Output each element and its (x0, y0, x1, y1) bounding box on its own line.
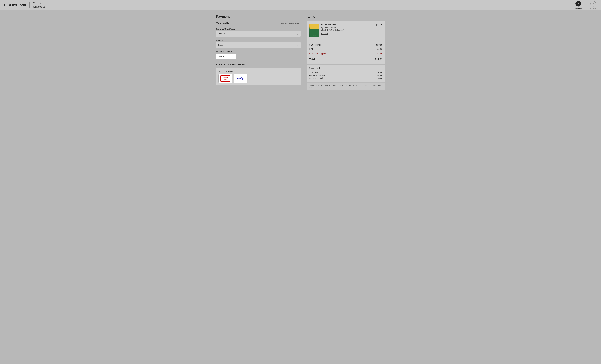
country-label: Country * (216, 39, 300, 41)
item-author: by Sophie Kinsella (321, 27, 374, 29)
card-type-label: Select type of card: (218, 70, 298, 72)
applied-credit-row: Applied to purchase: -$1.00 (309, 74, 382, 77)
logo-rakuten: Rakuten (4, 3, 17, 7)
card-options: Rakuten kobo !ndigo (218, 74, 298, 83)
payment-method-title: Preferred payment method (216, 63, 300, 66)
required-note: * indicates a required field (280, 22, 300, 24)
item-price: $13.99 (376, 24, 382, 26)
cart-subtotal-row: Cart subtotal: $13.99 (309, 43, 382, 47)
your-details-header: Your details * indicates a required fiel… (216, 22, 300, 25)
logo-kobo: kobo (18, 3, 26, 7)
step-payment: 1 Payment (575, 1, 582, 9)
book-cover-title-line2: You One (311, 35, 318, 36)
hst-label: HST: (309, 48, 314, 50)
transactions-note: All transactions processed by Rakuten Ko… (307, 82, 385, 90)
province-group: Province/State/Region * Ontario ⌄ (216, 28, 300, 37)
indigo-card-option[interactable]: !ndigo (234, 74, 248, 83)
postal-input[interactable]: M6K1A7 (216, 54, 236, 59)
store-credit-applied-label: Store credit applied: (309, 53, 327, 55)
your-details-label: Your details (216, 22, 229, 25)
hst-row: HST: $1.82 (309, 47, 382, 51)
applied-credit-label: Applied to purchase: (309, 74, 326, 76)
card-type-container: Select type of card: Rakuten kobo !ndigo (216, 68, 300, 85)
payment-panel: Payment Your details * indicates a requi… (216, 15, 307, 90)
applied-credit-value: -$1.00 (377, 74, 382, 76)
step-review: 2 Review (590, 1, 596, 9)
store-credit-section: Store credit Total credit: $1.00 Applied… (307, 65, 385, 82)
items-title: Items (307, 15, 385, 19)
item-format: eBook (EPUB 3, Reflowable) (321, 29, 374, 31)
province-label: Province/State/Region * (216, 28, 300, 30)
main-content: Payment Your details * indicates a requi… (212, 10, 389, 94)
country-select-wrapper: Canada ⌄ (216, 42, 300, 48)
step-1-label: Payment (575, 7, 582, 9)
remove-item-button[interactable]: Remove (321, 33, 328, 35)
summary-section: Cart subtotal: $13.99 HST: $1.82 Store c… (307, 40, 385, 64)
total-value: $14.81 (375, 58, 382, 61)
country-group: Country * Canada ⌄ (216, 39, 300, 48)
logo: Rakuten kobo (4, 3, 26, 7)
province-select[interactable]: Ontario (216, 31, 300, 37)
store-credit-row: Store credit applied: -$1.00 (309, 51, 382, 56)
site-header: Rakuten kobo Secure Checkout 1 Payment 2… (0, 0, 601, 10)
store-credit-title: Store credit (309, 67, 382, 69)
indigo-card-logo: !ndigo (237, 77, 244, 80)
book-cover: I Owe You One (309, 24, 319, 38)
book-cover-title-line1: I Owe (311, 31, 318, 33)
step-1-circle: 1 (575, 1, 581, 6)
secure-checkout-title: Secure Checkout (33, 1, 45, 9)
step-2-circle: 2 (590, 1, 596, 6)
total-credit-row: Total credit: $1.00 (309, 71, 382, 74)
book-cover-inner: I Owe You One (309, 24, 319, 38)
checkout-steps: 1 Payment 2 Review (575, 1, 596, 9)
total-credit-label: Total credit: (309, 71, 319, 73)
item-row: I Owe You One I Owe You One by Sophie Ki… (309, 24, 382, 38)
remaining-credit-row: Remaining credit: $0.00 (309, 77, 382, 80)
rakuten-kobo-card-logo: Rakuten kobo (220, 75, 230, 82)
cart-subtotal-value: $13.99 (376, 44, 382, 46)
total-credit-value: $1.00 (378, 71, 382, 73)
item-details: I Owe You One by Sophie Kinsella eBook (… (321, 24, 374, 35)
total-row: Total: $14.81 (309, 56, 382, 62)
items-card: I Owe You One I Owe You One by Sophie Ki… (307, 21, 385, 40)
postal-group: Postal/Zip Code * M6K1A7 (216, 50, 300, 59)
store-credit-applied-value: -$1.00 (377, 53, 382, 55)
postal-label: Postal/Zip Code * (216, 50, 300, 53)
payment-method-section: Preferred payment method Select type of … (216, 63, 300, 85)
province-select-wrapper: Ontario ⌄ (216, 31, 300, 37)
cart-subtotal-label: Cart subtotal: (309, 44, 321, 46)
payment-title: Payment (216, 15, 300, 19)
rakuten-kobo-card-option[interactable]: Rakuten kobo (218, 74, 232, 83)
items-panel: Items I Owe You One I Owe You One by Sop… (307, 15, 385, 90)
total-label: Total: (309, 58, 316, 61)
kobo-label: kobo (224, 78, 227, 80)
country-select[interactable]: Canada (216, 42, 300, 48)
step-2-label: Review (590, 7, 596, 9)
step-connector (582, 4, 590, 4)
hst-value: $1.82 (377, 48, 382, 50)
item-title: I Owe You One (321, 24, 374, 26)
remaining-credit-value: $0.00 (378, 77, 382, 79)
remaining-credit-label: Remaining credit: (309, 77, 324, 79)
rakuten-label: Rakuten (223, 77, 228, 78)
